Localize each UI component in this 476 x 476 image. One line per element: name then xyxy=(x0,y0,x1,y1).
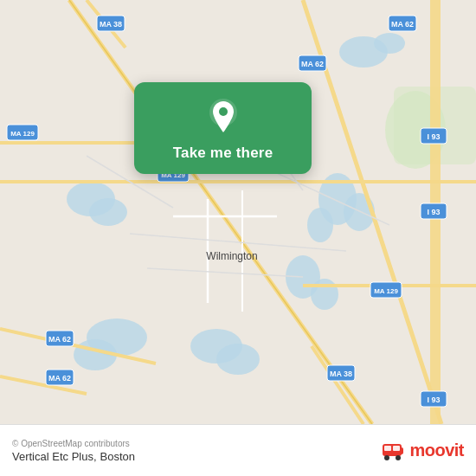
take-me-there-button[interactable]: Take me there xyxy=(173,145,273,162)
svg-point-66 xyxy=(396,455,401,460)
svg-point-7 xyxy=(311,279,338,310)
svg-text:MA 62: MA 62 xyxy=(48,335,71,344)
svg-point-65 xyxy=(384,455,389,460)
bottom-bar: © OpenStreetMap contributors Vertical Et… xyxy=(0,424,476,476)
svg-text:MA 62: MA 62 xyxy=(391,20,414,29)
svg-text:Wilmington: Wilmington xyxy=(206,250,257,262)
svg-text:MA 129: MA 129 xyxy=(10,130,35,138)
svg-rect-63 xyxy=(384,446,391,451)
svg-text:I 93: I 93 xyxy=(427,208,440,216)
svg-rect-67 xyxy=(400,447,403,454)
map-container: MA 38 MA 62 MA 62 MA 129 MA 129 I 93 I 9… xyxy=(0,0,476,424)
location-pin-icon xyxy=(204,98,242,136)
place-city: Boston xyxy=(100,450,135,463)
moovit-logo: moovit xyxy=(379,437,464,465)
moovit-text: moovit xyxy=(409,441,464,460)
svg-point-13 xyxy=(216,344,260,375)
svg-rect-64 xyxy=(393,446,400,451)
place-name: Vertical Etc Plus, xyxy=(12,450,97,463)
attribution-text: © OpenStreetMap contributors xyxy=(12,439,135,448)
svg-point-2 xyxy=(374,33,405,54)
svg-point-9 xyxy=(89,198,127,226)
svg-text:MA 129: MA 129 xyxy=(374,287,398,295)
svg-text:MA 62: MA 62 xyxy=(48,374,71,383)
svg-point-5 xyxy=(307,208,333,242)
moovit-bus-icon xyxy=(379,437,407,465)
svg-text:MA 38: MA 38 xyxy=(330,370,352,378)
svg-text:I 93: I 93 xyxy=(427,396,440,404)
svg-point-61 xyxy=(219,107,228,116)
popup-card[interactable]: Take me there xyxy=(134,82,312,174)
svg-text:MA 38: MA 38 xyxy=(100,20,122,29)
svg-text:I 93: I 93 xyxy=(427,132,440,141)
svg-text:MA 62: MA 62 xyxy=(301,60,324,68)
